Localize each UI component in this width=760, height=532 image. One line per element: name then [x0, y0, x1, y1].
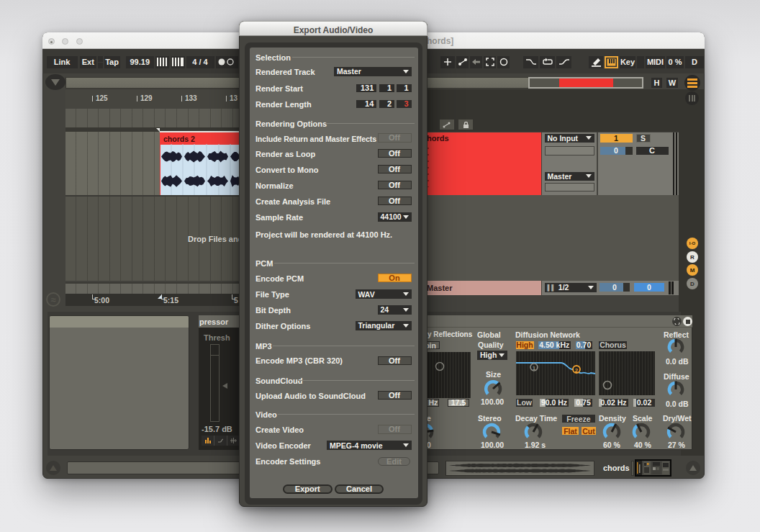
- svg-text:1: 1: [532, 364, 535, 371]
- svg-text:2: 2: [574, 366, 578, 373]
